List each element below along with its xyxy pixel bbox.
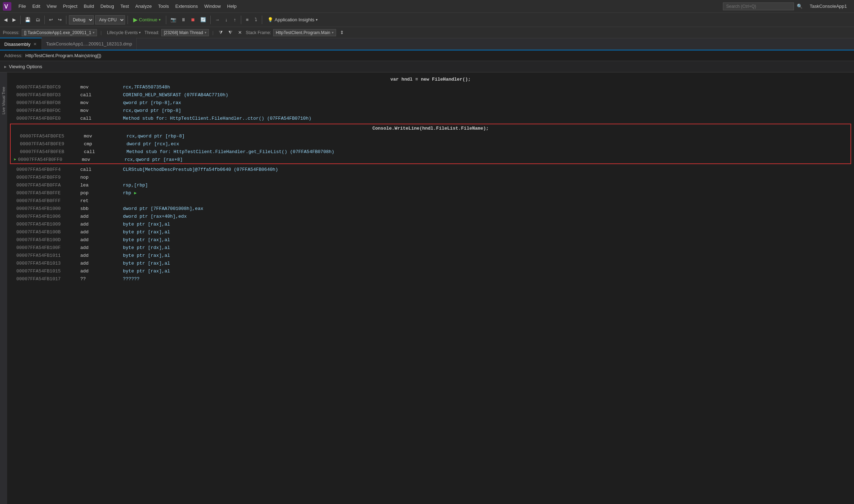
pause-button[interactable]: ⏸: [179, 16, 188, 23]
undo-button[interactable]: ↩: [47, 16, 55, 23]
no-arrow-fff: [10, 198, 16, 204]
line-ff0: ➤ 00007FFA54FB0FF0 mov rcx,qword ptr [ra…: [11, 156, 850, 163]
addr-100d: 00007FFA54FB100D: [16, 237, 80, 243]
menu-file[interactable]: File: [16, 2, 29, 10]
show-next-statement-button[interactable]: ≡: [244, 16, 251, 23]
main-layout: Live Visual Tree var hndl = new FileHand…: [0, 72, 854, 504]
debug-mode-select[interactable]: Debug: [69, 15, 94, 25]
sep7: [241, 16, 241, 24]
highlighted-centered-line: Console.WriteLine(hndl.FileList.FileName…: [11, 124, 850, 132]
stack-frame-selector[interactable]: HttpTestClient.Program.Main ▾: [273, 29, 336, 36]
highlighted-centered-code: Console.WriteLine(hndl.FileList.FileName…: [372, 126, 489, 131]
mnem-100d: add: [80, 237, 123, 243]
filter-button[interactable]: ⧩: [217, 29, 225, 37]
debug-bar: Process: [] TaskConsoleApp1.exe_200911_1…: [0, 27, 854, 38]
step-out-button[interactable]: ↑: [231, 16, 238, 23]
thread-selector[interactable]: [23268] Main Thread ▾: [161, 29, 209, 36]
menu-project[interactable]: Project: [60, 2, 80, 10]
stop-button[interactable]: ⏹: [189, 16, 197, 23]
menu-tools[interactable]: Tools: [155, 2, 172, 10]
green-arrow-icon: ▶: [134, 190, 136, 196]
filter3-button[interactable]: ✕: [236, 29, 244, 36]
operand-100b: byte ptr [rax],al: [123, 229, 170, 235]
operand-1006: dword ptr [rax+40h],edx: [123, 214, 187, 219]
menu-debug[interactable]: Debug: [98, 2, 117, 10]
sep1: [20, 16, 21, 24]
menu-help[interactable]: Help: [224, 2, 239, 10]
mnem-1011: add: [80, 253, 123, 258]
step-into-button[interactable]: ↓: [223, 16, 230, 23]
redo-button[interactable]: ↪: [56, 16, 64, 23]
operand-ffe: rbp: [123, 190, 131, 196]
line-fdc: 00007FFA54FB0FDC mov rcx,qword ptr [rbp-…: [7, 107, 854, 114]
addr-fd8: 00007FFA54FB0FD8: [16, 100, 80, 105]
search-input[interactable]: [723, 2, 794, 10]
no-arrow-ff4: [10, 167, 16, 172]
mnem-100f: add: [80, 245, 123, 250]
operand-fc9: rcx,7FFA55073548h: [123, 85, 170, 90]
mnem-fd8: mov: [80, 100, 123, 105]
mnem-ff0: mov: [82, 157, 124, 162]
save-button[interactable]: 💾: [23, 16, 32, 23]
mnem-100b: add: [80, 229, 123, 235]
no-arrow-fe9: [13, 141, 20, 147]
mnem-fe9: cmp: [84, 141, 126, 147]
tab-dmp[interactable]: TaskConsoleApp1....200911_182313.dmp: [42, 38, 137, 50]
menu-view[interactable]: View: [44, 2, 59, 10]
tab-bar: Disassembly ✕ TaskConsoleApp1....200911_…: [0, 38, 854, 50]
filter2-button[interactable]: ⧨: [227, 29, 234, 37]
restart-button[interactable]: 🔄: [199, 16, 208, 23]
disassembly-content[interactable]: var hndl = new FileHandler(); 00007FFA54…: [7, 72, 854, 504]
menu-build[interactable]: Build: [81, 2, 97, 10]
no-arrow-1006: [10, 214, 16, 219]
no-arrow-fdc: [10, 108, 16, 113]
menu-edit[interactable]: Edit: [29, 2, 43, 10]
stack-frame-label: Stack Frame:: [246, 30, 271, 35]
run-to-cursor-button[interactable]: ⤵: [252, 16, 259, 23]
mnem-1009: add: [80, 222, 123, 227]
back-button[interactable]: ◀: [2, 16, 9, 23]
sep3: [66, 16, 66, 24]
process-selector[interactable]: [] TaskConsoleApp1.exe_200911_1 ▾: [22, 29, 97, 36]
addr-1011: 00007FFA54FB1011: [16, 253, 80, 258]
menu-window[interactable]: Window: [201, 2, 223, 10]
line-fd3: 00007FFA54FB0FD3 call CORINFO_HELP_NEWSF…: [7, 91, 854, 99]
tab-disassembly-label: Disassembly: [4, 42, 31, 47]
viewing-options-bar[interactable]: ▸ Viewing Options: [0, 61, 854, 72]
continue-label: Continue: [139, 17, 157, 22]
sidebar-label[interactable]: Live Visual Tree: [1, 87, 6, 114]
tab-disassembly-close[interactable]: ✕: [33, 42, 37, 47]
app-insights-button[interactable]: 💡 Application Insights ▾: [265, 16, 320, 23]
operand-fdc: rcx,qword ptr [rbp-8]: [123, 108, 181, 113]
tab-dmp-label: TaskConsoleApp1....200911_182313.dmp: [46, 41, 132, 47]
toolbar: ◀ ▶ 💾 🗂 ↩ ↪ Debug Any CPU ▶ Continue ▾ 📷…: [0, 13, 854, 27]
play-icon: ▶: [133, 16, 137, 23]
addr-ffe: 00007FFA54FB0FFE: [16, 190, 80, 196]
step-over-button[interactable]: →: [213, 16, 221, 23]
thread-label: Thread:: [145, 30, 159, 35]
continue-button[interactable]: ▶ Continue ▾: [130, 15, 163, 24]
line-ff4: 00007FFA54FB0FF4 call CLRStub[MethodDesc…: [7, 166, 854, 173]
line-1006: 00007FFA54FB1006 add dword ptr [rax+40h]…: [7, 212, 854, 220]
viewing-options-label: Viewing Options: [9, 64, 42, 69]
svg-text:V: V: [4, 4, 8, 10]
mnem-ffa: lea: [80, 183, 123, 188]
operand-100d: byte ptr [rax],al: [123, 237, 170, 243]
stack-frame-chevron: ▾: [332, 31, 334, 34]
platform-select[interactable]: Any CPU: [95, 15, 125, 25]
addr-fff: 00007FFA54FB0FFF: [16, 198, 80, 204]
menu-analyze[interactable]: Analyze: [133, 2, 155, 10]
lifecycle-events-button[interactable]: Lifecycle Events ▾: [105, 29, 142, 36]
expand-button[interactable]: ⇕: [338, 29, 346, 36]
camera-button[interactable]: 📷: [169, 16, 178, 23]
operand-100f: byte ptr [rdx],al: [123, 245, 170, 250]
tab-disassembly[interactable]: Disassembly ✕: [0, 38, 42, 50]
mnem-1006: add: [80, 214, 123, 219]
continue-chevron: ▾: [159, 18, 161, 22]
menu-extensions[interactable]: Extensions: [172, 2, 201, 10]
forward-button[interactable]: ▶: [11, 16, 18, 23]
addr-fdc: 00007FFA54FB0FDC: [16, 108, 80, 113]
menu-test[interactable]: Test: [118, 2, 132, 10]
save-all-button[interactable]: 🗂: [34, 16, 42, 23]
mnem-1013: add: [80, 261, 123, 266]
